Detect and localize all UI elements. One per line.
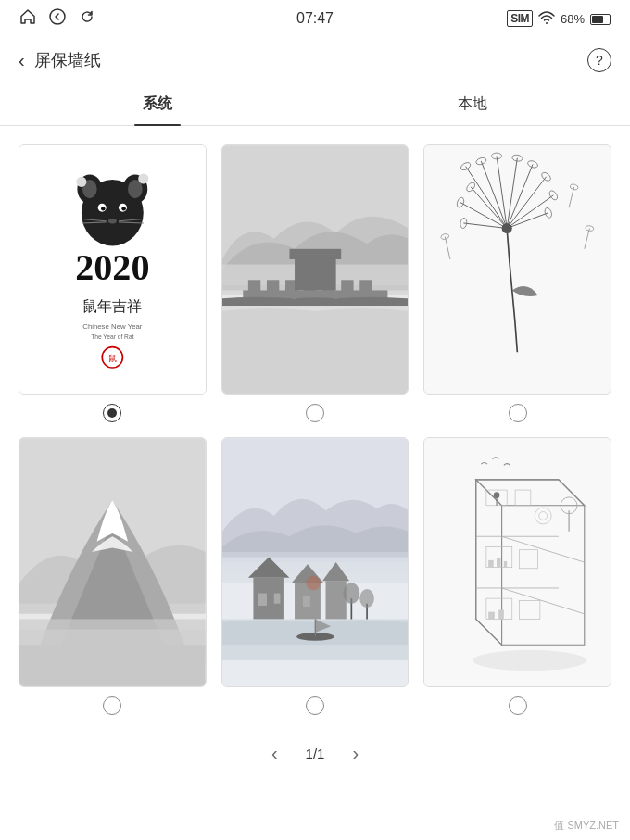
svg-rect-84 [325,581,346,619]
svg-rect-35 [341,280,353,292]
wallpaper-radio-4[interactable] [103,696,121,715]
svg-point-99 [494,493,500,499]
home-icon [19,7,37,30]
svg-rect-80 [258,594,267,606]
svg-rect-36 [359,280,372,292]
wallpaper-thumb-2[interactable] [221,144,410,395]
svg-text:鼠年吉祥: 鼠年吉祥 [82,298,142,314]
svg-point-91 [359,589,374,608]
help-button[interactable]: ? [587,48,611,72]
next-page-button[interactable]: › [343,739,368,768]
page-title: 屏保墙纸 [34,49,101,71]
wallpaper-radio-2[interactable] [306,404,324,422]
pagination-info: 1/1 [306,746,325,761]
svg-point-69 [502,223,512,233]
svg-point-89 [343,583,359,604]
svg-point-114 [473,650,587,671]
svg-point-18 [138,173,148,183]
status-bar: 07:47 SIM 68% [0,0,630,37]
svg-rect-105 [504,561,507,568]
svg-rect-74 [19,646,206,687]
wallpaper-radio-1[interactable] [103,404,121,422]
svg-point-17 [76,177,86,187]
sim-icon: SIM [507,10,533,27]
wallpaper-item-6[interactable] [423,437,611,715]
refresh-icon [78,7,96,30]
wallpaper-item-4[interactable] [19,437,207,715]
svg-point-12 [108,219,117,224]
pagination-bar: ‹ 1/1 › [0,724,630,783]
svg-text:The Year of Rat: The Year of Rat [91,333,134,340]
svg-text:鼠: 鼠 [108,354,117,363]
battery-percent: 68% [561,12,585,26]
status-right-icons: SIM 68% [507,10,611,27]
svg-rect-30 [248,280,260,292]
svg-point-10 [101,207,105,210]
wallpaper-radio-5[interactable] [306,696,324,715]
svg-point-0 [50,9,65,24]
status-left-icons [19,7,96,30]
status-time: 07:47 [296,10,334,27]
svg-rect-81 [273,594,280,604]
wallpaper-radio-6[interactable] [509,696,527,715]
svg-rect-92 [424,439,611,687]
tab-system[interactable]: 系统 [0,83,315,125]
svg-text:2020: 2020 [75,246,149,288]
svg-rect-109 [499,610,505,620]
svg-rect-37 [295,254,336,290]
svg-point-1 [546,22,548,24]
wifi-icon [538,11,555,27]
back-nav-icon [48,7,67,30]
wallpaper-thumb-6[interactable] [423,437,611,687]
svg-rect-108 [488,612,495,620]
back-button[interactable]: ‹ [19,50,25,71]
svg-text:Chinese New Year: Chinese New Year [82,322,143,331]
svg-rect-83 [303,596,310,607]
svg-rect-104 [497,558,500,568]
question-icon: ? [596,53,603,68]
tab-local[interactable]: 本地 [315,83,630,125]
wallpaper-grid: 2020 鼠年吉祥 Chinese New Year The Year of R… [0,135,630,724]
svg-rect-31 [267,280,279,292]
wallpaper-item-2[interactable] [221,144,410,422]
page-header: ‹ 屏保墙纸 ? [0,37,630,83]
svg-rect-40 [424,145,611,394]
wallpaper-thumb-4[interactable] [19,437,207,687]
wallpaper-item-3[interactable] [423,144,611,422]
watermark: 值 SMYZ.NET [554,819,619,833]
svg-point-87 [306,576,321,591]
wallpaper-thumb-3[interactable] [423,144,611,395]
wallpaper-thumb-5[interactable] [221,437,410,687]
svg-rect-38 [289,249,341,259]
battery-icon [590,12,611,26]
svg-rect-103 [488,560,494,568]
wallpaper-radio-3[interactable] [509,404,527,422]
prev-page-button[interactable]: ‹ [262,739,287,768]
wallpaper-item-5[interactable] [221,437,410,715]
wallpaper-thumb-1[interactable]: 2020 鼠年吉祥 Chinese New Year The Year of R… [19,144,207,395]
svg-point-11 [121,207,125,210]
tab-bar: 系统 本地 [0,83,630,126]
wallpaper-item-1[interactable]: 2020 鼠年吉祥 Chinese New Year The Year of R… [19,144,207,422]
